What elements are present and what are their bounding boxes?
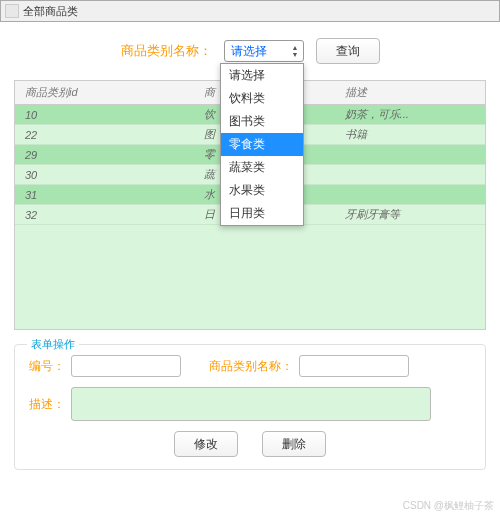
select-display[interactable]: 请选择 ▲▼ (224, 40, 304, 62)
edit-button[interactable]: 修改 (174, 431, 238, 457)
desc-input[interactable] (71, 387, 431, 421)
select-value: 请选择 (231, 43, 267, 60)
dropdown-option[interactable]: 请选择 (221, 64, 303, 87)
window-body: 商品类别名称： 请选择 ▲▼ 请选择 饮料类 图书类 零食类 蔬菜类 水果类 日… (0, 22, 500, 476)
dropdown-option[interactable]: 零食类 (221, 133, 303, 156)
dropdown-option[interactable]: 蔬菜类 (221, 156, 303, 179)
window-titlebar: 全部商品类 (0, 0, 500, 22)
form-legend: 表单操作 (27, 337, 79, 352)
id-label: 编号： (29, 358, 65, 375)
stepper-icon: ▲▼ (292, 44, 299, 58)
form-row-1: 编号： 商品类别名称： (29, 355, 471, 377)
window-title: 全部商品类 (23, 4, 78, 19)
form-row-2: 描述： (29, 387, 471, 421)
category-select[interactable]: 请选择 ▲▼ 请选择 饮料类 图书类 零食类 蔬菜类 水果类 日用类 (224, 40, 304, 62)
watermark: CSDN @枫鲤柚子茶 (403, 499, 494, 513)
filter-label: 商品类别名称： (121, 42, 212, 60)
app-icon (5, 4, 19, 18)
col-desc: 描述 (335, 81, 485, 105)
dropdown-menu: 请选择 饮料类 图书类 零食类 蔬菜类 水果类 日用类 (220, 63, 304, 226)
name-input[interactable] (299, 355, 409, 377)
id-input[interactable] (71, 355, 181, 377)
filter-row: 商品类别名称： 请选择 ▲▼ 请选择 饮料类 图书类 零食类 蔬菜类 水果类 日… (6, 28, 494, 80)
col-id: 商品类别id (15, 81, 194, 105)
name-label: 商品类别名称： (209, 358, 293, 375)
delete-button[interactable]: 删除 (262, 431, 326, 457)
desc-label: 描述： (29, 396, 65, 413)
dropdown-option[interactable]: 水果类 (221, 179, 303, 202)
form-panel: 表单操作 编号： 商品类别名称： 描述： 修改 删除 (14, 344, 486, 470)
query-button[interactable]: 查询 (316, 38, 380, 64)
form-buttons: 修改 删除 (29, 431, 471, 457)
dropdown-option[interactable]: 饮料类 (221, 87, 303, 110)
dropdown-option[interactable]: 日用类 (221, 202, 303, 225)
dropdown-option[interactable]: 图书类 (221, 110, 303, 133)
